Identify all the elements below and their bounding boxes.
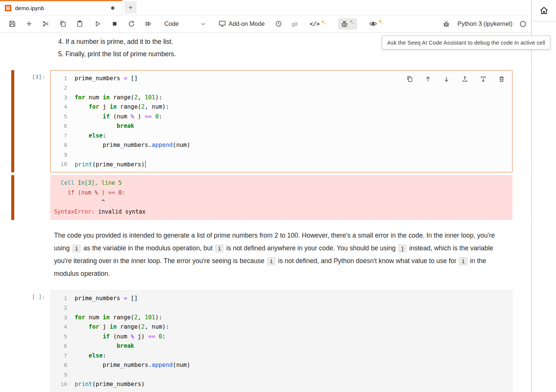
restart-kernel-button[interactable] [128, 20, 135, 28]
insert-cell-below-icon [480, 76, 487, 82]
code-cell-fixed[interactable]: [ ]: 1prime_numbers = []23for num in ran… [0, 290, 531, 392]
spacer [14, 175, 50, 220]
ai-debug-button[interactable] [338, 18, 357, 30]
home-icon [539, 6, 548, 15]
clipboard-icon [76, 20, 83, 27]
ai-explain-button[interactable] [367, 18, 386, 30]
interrupt-kernel-button[interactable] [111, 20, 118, 28]
unsaved-indicator [111, 6, 114, 10]
inline-code: i [267, 257, 276, 265]
text-cursor [145, 161, 146, 168]
code-cell-active[interactable]: [3]: [0, 70, 531, 172]
execution-count: [3]: [14, 70, 50, 172]
notebook-panel: demo.ipynb [0, 0, 532, 392]
duplicate-cell-button[interactable] [406, 75, 413, 83]
notebook-toolbar: Code Add-on Mode git </> [0, 15, 531, 33]
inline-code: j [398, 244, 407, 253]
restart-run-all-button[interactable] [144, 20, 152, 28]
tab-demo-ipynb[interactable]: demo.ipynb [0, 0, 122, 15]
notebook-file-icon [5, 4, 12, 12]
sparkle-icon [378, 19, 383, 24]
output-collapser[interactable] [11, 175, 14, 220]
monitor-icon [218, 20, 226, 28]
side-panel [532, 0, 556, 392]
kernel-name[interactable]: Python 3 (ipykernel) [457, 20, 512, 27]
eye-icon [369, 20, 377, 28]
insert-cell-below-button[interactable] [479, 75, 487, 83]
kernel-status-indicator[interactable] [520, 21, 526, 27]
fast-forward-icon [145, 20, 152, 27]
plus-icon [26, 20, 33, 27]
traceback: Cell In[3], line 5 if (num % ) == 0: ^Sy… [50, 175, 512, 220]
insert-cell-above-button[interactable] [461, 75, 469, 83]
sparkle-icon [320, 19, 326, 25]
error-output: Cell In[3], line 5 if (num % ) == 0: ^Sy… [0, 175, 531, 220]
play-icon [94, 20, 101, 27]
code-icon: </> [310, 21, 320, 27]
tooltip: Ask the Seeq AI Code Assistant to debug … [382, 36, 550, 49]
delete-cell-button[interactable] [498, 75, 505, 83]
addon-mode-label: Add-on Mode [228, 21, 264, 27]
copy-icon [59, 20, 66, 27]
paste-cells-button[interactable] [76, 20, 83, 28]
run-cell-button[interactable] [94, 20, 101, 28]
git-button[interactable]: git [292, 21, 298, 27]
spacer [0, 60, 531, 70]
plus-icon [128, 4, 134, 10]
scissors-icon [42, 20, 50, 27]
side-panel-header [532, 0, 556, 21]
ai-explanation: The code you provided is intended to gen… [54, 229, 507, 280]
cell-type-dropdown[interactable]: Code [164, 21, 206, 27]
addon-mode-button[interactable]: Add-on Mode [218, 20, 264, 28]
code-lines[interactable]: 1prime_numbers = []23for num in range(2,… [51, 293, 512, 389]
move-cell-up-button[interactable] [424, 75, 432, 83]
ai-generate-code-button[interactable]: </> [307, 19, 329, 29]
cell-type-label: Code [164, 21, 179, 27]
app-window: demo.ipynb [0, 0, 556, 392]
move-cell-down-icon [443, 76, 450, 82]
cell-collapser[interactable] [11, 70, 14, 172]
stop-icon [111, 20, 118, 27]
save-button[interactable] [8, 20, 16, 28]
code-lines[interactable]: 1prime_numbers = []23for num in range(2,… [51, 73, 512, 169]
restart-icon [128, 20, 135, 27]
cell-toolbar [406, 75, 505, 83]
chevron-down-icon [200, 21, 206, 27]
insert-cell-above-icon [461, 76, 468, 82]
clock-icon [275, 20, 282, 27]
inline-code: i [72, 244, 81, 253]
tab-title: demo.ipynb [15, 5, 44, 11]
bug-icon [443, 20, 450, 27]
new-tab-button[interactable] [125, 1, 137, 13]
sparkle-icon [349, 19, 355, 25]
move-cell-down-button[interactable] [443, 75, 450, 83]
home-button[interactable] [539, 6, 549, 15]
inline-code: i [215, 244, 224, 253]
markdown-list-item: 5. Finally, print the list of prime numb… [58, 48, 531, 60]
spacer [0, 280, 531, 290]
delete-cell-icon [498, 76, 505, 82]
code-editor[interactable]: 1prime_numbers = []23for num in range(2,… [50, 70, 512, 172]
inline-code: i [459, 257, 467, 265]
toolbar-right: Python 3 (ipykernel) [442, 20, 526, 28]
copy-cells-button[interactable] [59, 20, 66, 28]
execution-count: [ ]: [14, 290, 50, 392]
checkpoint-button[interactable] [275, 20, 282, 28]
tab-bar: demo.ipynb [0, 0, 531, 15]
duplicate-cell-icon [406, 76, 413, 82]
code-editor[interactable]: 1prime_numbers = []23for num in range(2,… [50, 290, 512, 392]
cut-cells-button[interactable] [42, 20, 50, 28]
notebook-content[interactable]: 4. If a number is prime, add it to the l… [0, 33, 531, 392]
bug-icon [341, 20, 348, 28]
insert-cell-button[interactable] [25, 20, 33, 28]
move-cell-up-icon [425, 76, 431, 82]
debugger-button[interactable] [442, 20, 450, 28]
